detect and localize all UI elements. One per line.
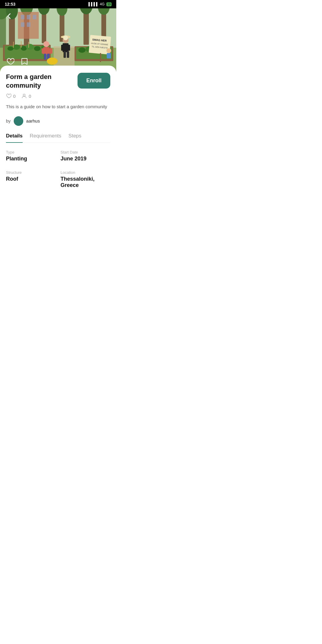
avatar [14, 116, 23, 126]
svg-rect-32 [21, 41, 21, 48]
status-icons: ▌▌▌▌ 4G 13 [89, 2, 112, 6]
svg-rect-44 [44, 54, 46, 60]
back-button[interactable] [5, 12, 13, 21]
tab-details[interactable]: Details [6, 133, 23, 143]
location-label: Location [61, 170, 110, 175]
bookmark-button[interactable] [19, 56, 30, 67]
action-buttons [5, 56, 30, 67]
svg-rect-43 [49, 48, 52, 54]
tab-requirements[interactable]: Requirements [30, 133, 61, 143]
type-label: Type [6, 150, 56, 154]
like-button[interactable] [5, 56, 16, 67]
start-date-label: Start Date [61, 150, 110, 154]
svg-rect-33 [28, 42, 29, 48]
member-count: 0 [21, 93, 31, 99]
detail-type: Type Planting [6, 150, 56, 162]
svg-point-40 [43, 41, 49, 47]
svg-point-26 [13, 44, 20, 50]
svg-point-48 [63, 35, 68, 40]
page-title: Form a garden community [6, 73, 72, 90]
svg-rect-53 [67, 51, 69, 58]
member-count-value: 0 [29, 94, 31, 99]
location-value: Thessaloniki, Greece [61, 176, 110, 188]
svg-point-28 [26, 44, 34, 50]
hero-image: SMAG HER HUSK AT GEMME TIL DEN NÆSTE [0, 0, 116, 72]
details-grid: Type Planting Start Date June 2019 Struc… [6, 150, 110, 188]
svg-rect-17 [27, 15, 30, 19]
author-by-label: by [6, 118, 11, 123]
svg-rect-31 [13, 42, 14, 48]
person-icon [21, 93, 27, 99]
svg-rect-52 [64, 51, 66, 58]
card-stats: 0 0 [6, 93, 110, 99]
svg-point-36 [78, 47, 86, 53]
tab-steps[interactable]: Steps [69, 133, 81, 143]
signal-icon: ▌▌▌▌ [89, 2, 99, 6]
svg-rect-51 [67, 45, 70, 51]
type-value: Planting [6, 156, 56, 162]
svg-point-27 [21, 46, 27, 51]
detail-structure: Structure Roof [6, 170, 56, 188]
heart-icon [6, 93, 11, 99]
detail-start-date: Start Date June 2019 [61, 150, 110, 162]
svg-point-59 [47, 58, 58, 65]
structure-value: Roof [6, 176, 56, 182]
author-row: by aarhus [6, 116, 110, 126]
svg-rect-19 [21, 22, 24, 27]
svg-rect-50 [61, 45, 64, 51]
svg-point-62 [23, 94, 25, 96]
detail-card: Form a garden community Enroll 0 0 This … [0, 66, 116, 200]
detail-location: Location Thessaloniki, Greece [61, 170, 110, 188]
status-bar: 12:53 ▌▌▌▌ 4G 13 [0, 0, 116, 8]
svg-rect-61 [107, 53, 111, 58]
svg-point-60 [106, 48, 111, 53]
description-text: This is a guide on how to start a garden… [6, 103, 110, 110]
svg-point-25 [7, 47, 13, 51]
status-time: 12:53 [5, 2, 16, 7]
structure-label: Structure [6, 170, 56, 175]
svg-rect-16 [21, 15, 24, 19]
svg-point-29 [34, 46, 41, 51]
like-count-value: 0 [13, 94, 16, 99]
svg-rect-18 [33, 15, 36, 19]
author-name: aarhus [26, 118, 40, 123]
start-date-value: June 2019 [61, 156, 110, 162]
enroll-button[interactable]: Enroll [78, 73, 110, 89]
svg-rect-20 [27, 22, 30, 27]
network-type: 4G [100, 2, 105, 6]
card-header: Form a garden community Enroll [6, 73, 110, 90]
tabs: Details Requirements Steps [6, 133, 110, 143]
battery-icon: 13 [106, 2, 112, 6]
svg-rect-42 [42, 48, 45, 54]
like-count: 0 [6, 93, 16, 99]
svg-rect-55 [100, 53, 101, 62]
